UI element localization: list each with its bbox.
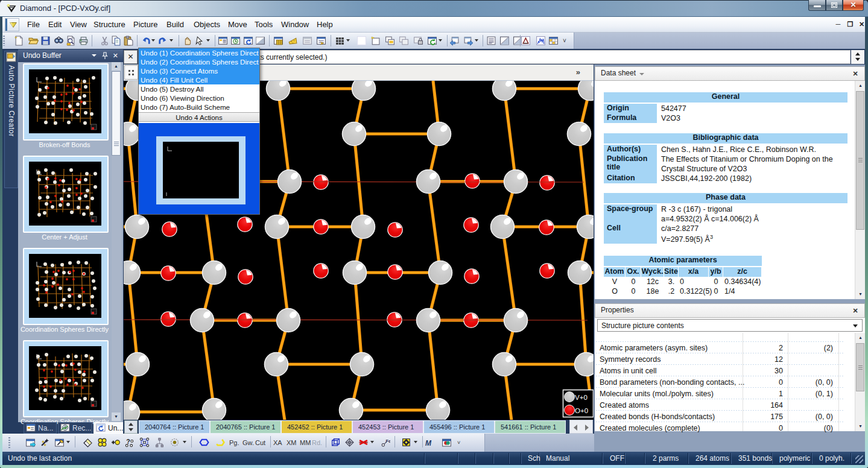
- svg-text:?: ?: [126, 438, 130, 445]
- svg-text:Fe: Fe: [386, 438, 390, 444]
- svg-text:V+0: V+0: [575, 394, 588, 401]
- svg-text:O+0: O+0: [575, 407, 588, 414]
